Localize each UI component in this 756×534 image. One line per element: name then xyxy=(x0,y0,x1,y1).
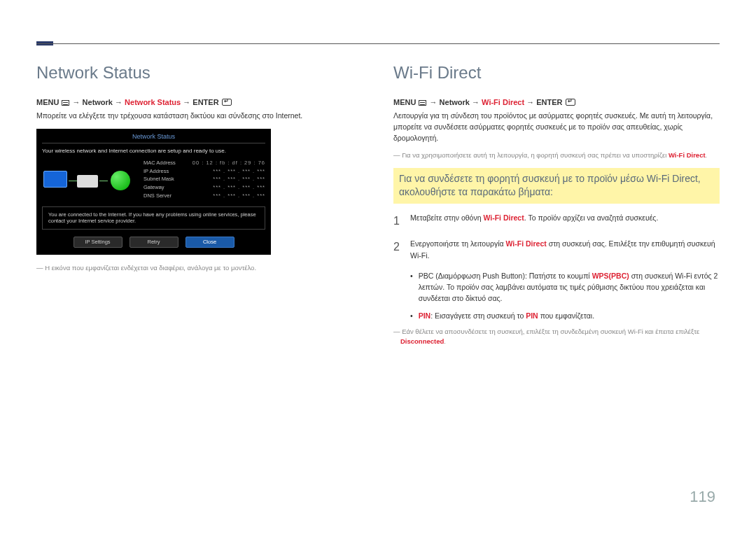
note-wifi-support: Για να χρησιμοποιήσετε αυτή τη λειτουργί… xyxy=(393,150,720,160)
arrow: → xyxy=(526,98,534,106)
network-fields: MAC Address00 : 12 : fb : df : 29 : 76 I… xyxy=(144,160,265,201)
bullets: PBC (Διαμόρφωση Push Button): Πατήστε το… xyxy=(410,270,720,321)
tv-icon xyxy=(43,171,67,188)
router-icon xyxy=(77,175,98,188)
note-text: Εάν θέλετε να αποσυνδέσετε τη συσκευή, ε… xyxy=(402,328,699,335)
t: : Εισαγάγετε στη συσκευή το xyxy=(430,311,526,320)
arrow: → xyxy=(183,98,190,106)
highlight: WPS(PBC) xyxy=(592,272,629,280)
path-seg: Network xyxy=(440,98,470,106)
path-seg-highlight: Network Status xyxy=(125,98,181,106)
arrow: → xyxy=(472,98,479,106)
highlight-box: Για να συνδέσετε τη φορητή συσκευή με το… xyxy=(393,168,720,204)
t: που εμφανίζεται. xyxy=(538,311,594,320)
step-number: 1 xyxy=(393,212,403,230)
page-content: Network Status MENU → Network → Network … xyxy=(36,63,720,352)
field-label: Subnet Mask xyxy=(144,176,174,183)
screenshot-infobox: You are connected to the Internet. If yo… xyxy=(42,206,265,230)
globe-icon xyxy=(111,171,130,190)
field-label: DNS Server xyxy=(144,192,172,199)
arrow: → xyxy=(115,98,122,106)
path-seg-highlight: Wi-Fi Direct xyxy=(482,98,524,106)
ip-settings-button[interactable]: IP Settings xyxy=(74,237,122,248)
field-value: *** . *** . *** . *** xyxy=(213,176,265,183)
footnote-left: Η εικόνα που εμφανίζεται ενδέχεται να δι… xyxy=(36,263,363,273)
note-disconnect: Εάν θέλετε να αποσυνδέσετε τη συσκευή, ε… xyxy=(393,327,720,347)
menu-path-right: MENU → Network → Wi-Fi Direct → ENTER xyxy=(393,98,720,106)
bullet-text: PIN: Εισαγάγετε στη συσκευή το PIN που ε… xyxy=(419,310,594,321)
field-value: 00 : 12 : fb : df : 29 : 76 xyxy=(192,160,265,167)
field-row: Subnet Mask*** . *** . *** . *** xyxy=(144,176,265,183)
highlight: PIN xyxy=(526,311,538,320)
field-label: MAC Address xyxy=(144,160,176,167)
menu-icon xyxy=(419,100,426,106)
step-text: Μεταβείτε στην οθόνη Wi-Fi Direct. Το πρ… xyxy=(410,212,658,230)
body-left: Μπορείτε να ελέγξετε την τρέχουσα κατάστ… xyxy=(36,111,363,122)
field-label: Gateway xyxy=(144,184,164,191)
step-number: 2 xyxy=(393,238,403,262)
close-button[interactable]: Close xyxy=(186,237,234,248)
step-1: 1 Μεταβείτε στην οθόνη Wi-Fi Direct. Το … xyxy=(393,212,720,230)
t: Μεταβείτε στην οθόνη xyxy=(410,213,483,222)
screenshot-buttons: IP Settings Retry Close xyxy=(42,237,265,248)
menu-label: MENU xyxy=(393,98,416,106)
menu-label: MENU xyxy=(36,98,59,106)
enter-icon xyxy=(566,99,575,106)
field-label: IP Address xyxy=(144,168,169,175)
field-value: *** . *** . *** . *** xyxy=(213,168,265,175)
right-column: Wi-Fi Direct MENU → Network → Wi-Fi Dire… xyxy=(393,63,720,352)
connection-line xyxy=(99,181,108,181)
bullet-pbc: PBC (Διαμόρφωση Push Button): Πατήστε το… xyxy=(410,270,720,304)
network-status-screenshot: Network Status Your wireless network and… xyxy=(36,129,271,255)
arrow: → xyxy=(73,98,80,106)
menu-icon xyxy=(62,100,69,106)
screenshot-status: Your wireless network and Internet conne… xyxy=(42,148,265,155)
highlight: Wi-Fi Direct xyxy=(505,239,546,248)
connection-diagram xyxy=(42,160,136,199)
enter-icon xyxy=(222,99,232,106)
t: Ενεργοποιήστε τη λειτουργία xyxy=(410,239,505,248)
heading-wifi-direct: Wi-Fi Direct xyxy=(393,63,720,83)
menu-path-left: MENU → Network → Network Status → ENTER xyxy=(36,98,363,106)
note-text: Για να χρησιμοποιήσετε αυτή τη λειτουργί… xyxy=(402,151,668,159)
note-highlight: Wi-Fi Direct xyxy=(668,151,706,159)
field-row: MAC Address00 : 12 : fb : df : 29 : 76 xyxy=(144,160,265,167)
enter-label: ENTER xyxy=(192,98,218,106)
highlight: PIN xyxy=(419,311,431,320)
note-highlight: Disconnected xyxy=(400,337,444,345)
connection-line xyxy=(69,181,77,181)
header-rule xyxy=(36,43,720,44)
bullet-pin: PIN: Εισαγάγετε στη συσκευή το PIN που ε… xyxy=(410,310,720,321)
arrow: → xyxy=(430,98,438,106)
page-number: 119 xyxy=(690,488,715,506)
step-2: 2 Ενεργοποιήστε τη λειτουργία Wi-Fi Dire… xyxy=(393,238,720,262)
t: PBC (Διαμόρφωση Push Button): Πατήστε το… xyxy=(419,272,592,280)
field-row: DNS Server*** . *** . *** . *** xyxy=(144,192,265,199)
screenshot-title: Network Status xyxy=(42,133,265,141)
field-row: Gateway*** . *** . *** . *** xyxy=(144,184,265,191)
retry-button[interactable]: Retry xyxy=(130,237,178,248)
heading-network-status: Network Status xyxy=(36,63,363,83)
steps: 1 Μεταβείτε στην οθόνη Wi-Fi Direct. Το … xyxy=(393,212,720,347)
field-value: *** . *** . *** . *** xyxy=(213,184,265,191)
enter-label: ENTER xyxy=(536,98,562,106)
left-column: Network Status MENU → Network → Network … xyxy=(36,63,363,352)
body-right: Λειτουργία για τη σύνδεση του προϊόντος … xyxy=(393,111,720,143)
screenshot-rule xyxy=(42,143,265,143)
screenshot-mid: MAC Address00 : 12 : fb : df : 29 : 76 I… xyxy=(42,160,265,201)
field-row: IP Address*** . *** . *** . *** xyxy=(144,168,265,175)
t: . Το προϊόν αρχίζει να αναζητά συσκευές. xyxy=(524,213,659,222)
path-seg: Network xyxy=(83,98,113,106)
field-value: *** . *** . *** . *** xyxy=(213,192,265,199)
step-text: Ενεργοποιήστε τη λειτουργία Wi-Fi Direct… xyxy=(410,238,720,262)
highlight: Wi-Fi Direct xyxy=(483,213,524,222)
bullet-text: PBC (Διαμόρφωση Push Button): Πατήστε το… xyxy=(419,270,720,304)
